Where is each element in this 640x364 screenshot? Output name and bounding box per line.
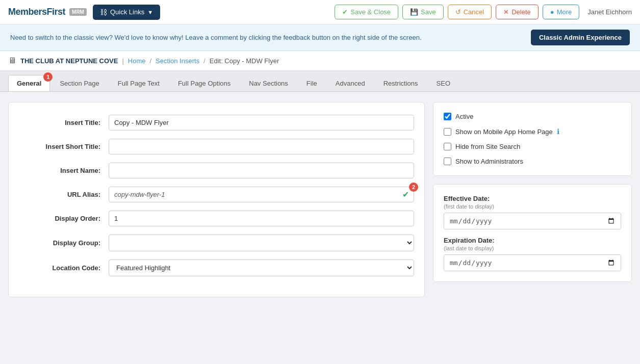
top-navigation: MembersFirst MRM ⛓ Quick Links ▼ ✔ Save … xyxy=(0,0,640,24)
url-alias-label: URL Alias: xyxy=(19,191,100,198)
delete-label: Delete xyxy=(511,8,531,16)
breadcrumb-slash-2: / xyxy=(203,57,206,65)
active-row: Active xyxy=(444,113,621,120)
more-button[interactable]: ● More xyxy=(543,5,579,19)
classic-admin-button[interactable]: Classic Admin Experience xyxy=(531,30,630,45)
tab-full-page-options[interactable]: Full Page Options xyxy=(169,75,239,91)
save-icon: 💾 xyxy=(410,8,418,16)
left-panel: Insert Title: Insert Short Title: Insert… xyxy=(8,102,425,297)
dates-card: Effective Date: (first date to display) … xyxy=(433,184,632,282)
feedback-banner: Need to switch to the classic view? We'd… xyxy=(0,24,640,51)
tab-full-page-text[interactable]: Full Page Text xyxy=(109,75,168,91)
insert-short-title-label: Insert Short Title: xyxy=(19,143,100,150)
info-icon[interactable]: ℹ xyxy=(557,127,559,136)
more-label: More xyxy=(557,8,572,16)
tab-bar: General1Section PageFull Page TextFull P… xyxy=(0,71,640,92)
active-checkbox[interactable] xyxy=(444,113,451,120)
insert-name-row: Insert Name: xyxy=(19,163,414,178)
delete-button[interactable]: ✕ Delete xyxy=(496,5,539,19)
effective-date-label: Effective Date: xyxy=(444,195,621,202)
quick-links-label: Quick Links xyxy=(110,8,144,16)
tab-advanced[interactable]: Advanced xyxy=(327,75,374,91)
quick-links-button[interactable]: ⛓ Quick Links ▼ xyxy=(93,5,160,20)
insert-title-row: Insert Title: xyxy=(19,115,414,131)
delete-icon: ✕ xyxy=(503,8,509,16)
insert-title-input[interactable] xyxy=(109,115,414,131)
save-close-label: Save & Close xyxy=(350,8,391,16)
show-admin-label: Show to Administrators xyxy=(455,158,523,165)
hide-search-checkbox[interactable] xyxy=(444,143,451,150)
hide-search-row: Hide from Site Search xyxy=(444,143,621,150)
page-content: Insert Title: Insert Short Title: Insert… xyxy=(0,92,640,307)
insert-name-input[interactable] xyxy=(109,163,414,178)
show-admin-row: Show to Administrators xyxy=(444,158,621,165)
location-code-row: Location Code: Featured Highlight Header… xyxy=(19,259,414,276)
url-alias-badge: 2 xyxy=(409,183,418,192)
url-alias-wrapper: ✔ 2 xyxy=(109,187,414,202)
location-code-label: Location Code: xyxy=(19,264,100,272)
link-icon: ⛓ xyxy=(100,8,107,16)
location-code-select[interactable]: Featured Highlight Header Footer Sidebar xyxy=(109,259,414,276)
display-order-input[interactable] xyxy=(109,211,414,226)
check-icon: ✔ xyxy=(342,8,348,16)
display-group-label: Display Group: xyxy=(19,239,100,247)
save-label: Save xyxy=(421,8,436,16)
show-admin-checkbox[interactable] xyxy=(444,158,451,165)
display-group-select[interactable] xyxy=(109,235,414,251)
feedback-text: Need to switch to the classic view? We'd… xyxy=(10,34,422,41)
brand-area: MembersFirst MRM xyxy=(8,7,87,17)
effective-date-row: Effective Date: (first date to display) xyxy=(444,195,621,229)
active-label: Active xyxy=(455,113,473,120)
mrm-badge: MRM xyxy=(69,8,87,16)
effective-date-input[interactable] xyxy=(444,213,621,229)
expiration-date-input[interactable] xyxy=(444,254,621,271)
save-button[interactable]: 💾 Save xyxy=(402,5,444,19)
chevron-down-icon: ▼ xyxy=(147,9,153,15)
breadcrumb-bar: 🖥 THE CLUB AT NEPTUNE COVE | Home / Sect… xyxy=(0,51,640,71)
mobile-label: Show on Mobile App Home Page xyxy=(455,128,553,136)
breadcrumb-home[interactable]: Home xyxy=(128,57,146,65)
tab-general[interactable]: General1 xyxy=(8,75,50,91)
expiration-date-sub: (last date to display) xyxy=(444,245,621,251)
tab-restrictions[interactable]: Restrictions xyxy=(375,75,427,91)
options-card: Active Show on Mobile App Home Page ℹ Hi… xyxy=(433,102,632,176)
tab-seo[interactable]: SEO xyxy=(428,75,459,91)
insert-short-title-row: Insert Short Title: xyxy=(19,139,414,154)
tab-section-page[interactable]: Section Page xyxy=(51,75,108,91)
breadcrumb-separator: | xyxy=(122,57,123,65)
effective-date-sub: (first date to display) xyxy=(444,203,621,210)
breadcrumb-current: Edit: Copy - MDW Flyer xyxy=(210,57,279,65)
brand-logo: MembersFirst xyxy=(8,7,65,17)
more-icon: ● xyxy=(550,8,554,16)
display-order-row: Display Order: xyxy=(19,211,414,226)
mobile-checkbox[interactable] xyxy=(444,128,451,136)
display-group-row: Display Group: xyxy=(19,235,414,251)
breadcrumb-section-inserts[interactable]: Section Inserts xyxy=(156,57,199,65)
insert-short-title-input[interactable] xyxy=(109,139,414,154)
url-alias-row: URL Alias: ✔ 2 xyxy=(19,187,414,202)
breadcrumb-slash-1: / xyxy=(149,57,151,65)
cancel-button[interactable]: ↺ Cancel xyxy=(448,5,492,19)
expiration-date-row: Expiration Date: (last date to display) xyxy=(444,237,621,271)
save-close-button[interactable]: ✔ Save & Close xyxy=(335,5,398,19)
tab-file[interactable]: File xyxy=(298,75,326,91)
insert-title-label: Insert Title: xyxy=(19,119,100,126)
url-alias-input[interactable] xyxy=(109,187,414,202)
mobile-row: Show on Mobile App Home Page ℹ xyxy=(444,127,621,136)
insert-name-label: Insert Name: xyxy=(19,167,100,174)
right-panel: Active Show on Mobile App Home Page ℹ Hi… xyxy=(433,102,632,282)
hide-search-label: Hide from Site Search xyxy=(455,143,520,150)
user-name: Janet Eichhorn xyxy=(587,8,632,16)
display-order-label: Display Order: xyxy=(19,215,100,222)
check-circle-icon: ✔ xyxy=(402,190,409,199)
tab-nav-sections[interactable]: Nav Sections xyxy=(240,75,297,91)
cancel-label: Cancel xyxy=(464,8,484,16)
club-name: THE CLUB AT NEPTUNE COVE xyxy=(20,57,118,65)
monitor-icon: 🖥 xyxy=(8,56,16,65)
expiration-date-label: Expiration Date: xyxy=(444,237,621,244)
nav-actions: ✔ Save & Close 💾 Save ↺ Cancel ✕ Delete … xyxy=(335,5,632,19)
cancel-icon: ↺ xyxy=(455,8,461,16)
